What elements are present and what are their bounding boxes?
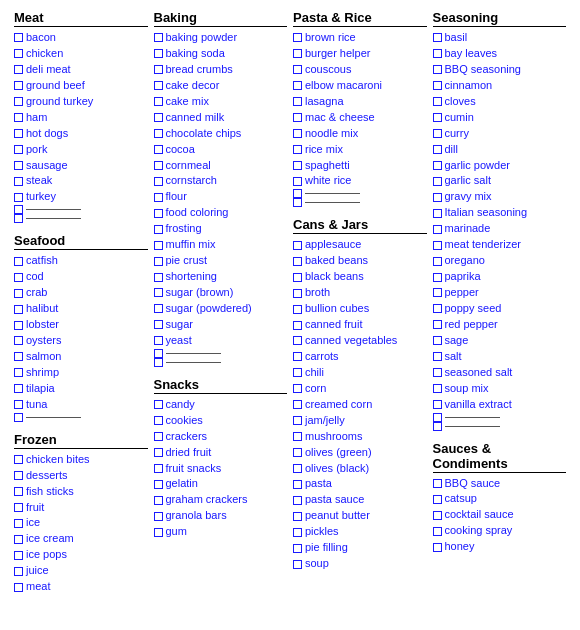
checkbox-icon[interactable]: [154, 320, 163, 329]
checkbox-icon[interactable]: [14, 49, 23, 58]
checkbox-icon[interactable]: [293, 113, 302, 122]
checkbox-icon[interactable]: [433, 495, 442, 504]
checkbox-icon[interactable]: [293, 97, 302, 106]
checkbox-icon[interactable]: [433, 33, 442, 42]
checkbox-icon[interactable]: [433, 273, 442, 282]
checkbox-icon[interactable]: [433, 97, 442, 106]
checkbox-icon[interactable]: [433, 113, 442, 122]
checkbox-icon[interactable]: [293, 352, 302, 361]
checkbox-icon[interactable]: [14, 97, 23, 106]
checkbox-icon[interactable]: [293, 400, 302, 409]
checkbox-icon[interactable]: [14, 567, 23, 576]
checkbox-icon[interactable]: [154, 241, 163, 250]
checkbox-icon[interactable]: [14, 214, 23, 223]
checkbox-icon[interactable]: [433, 479, 442, 488]
checkbox-icon[interactable]: [433, 527, 442, 536]
checkbox-icon[interactable]: [293, 189, 302, 198]
checkbox-icon[interactable]: [293, 368, 302, 377]
checkbox-icon[interactable]: [14, 400, 23, 409]
checkbox-icon[interactable]: [433, 145, 442, 154]
checkbox-icon[interactable]: [154, 496, 163, 505]
checkbox-icon[interactable]: [14, 471, 23, 480]
checkbox-icon[interactable]: [293, 273, 302, 282]
checkbox-icon[interactable]: [14, 305, 23, 314]
checkbox-icon[interactable]: [433, 400, 442, 409]
checkbox-icon[interactable]: [433, 257, 442, 266]
checkbox-icon[interactable]: [14, 352, 23, 361]
checkbox-icon[interactable]: [293, 480, 302, 489]
checkbox-icon[interactable]: [293, 305, 302, 314]
checkbox-icon[interactable]: [154, 304, 163, 313]
checkbox-icon[interactable]: [293, 432, 302, 441]
checkbox-icon[interactable]: [293, 198, 302, 207]
checkbox-icon[interactable]: [433, 511, 442, 520]
checkbox-icon[interactable]: [154, 400, 163, 409]
checkbox-icon[interactable]: [293, 81, 302, 90]
checkbox-icon[interactable]: [14, 487, 23, 496]
checkbox-icon[interactable]: [154, 358, 163, 367]
checkbox-icon[interactable]: [154, 464, 163, 473]
checkbox-icon[interactable]: [154, 33, 163, 42]
checkbox-icon[interactable]: [433, 81, 442, 90]
checkbox-icon[interactable]: [14, 535, 23, 544]
checkbox-icon[interactable]: [433, 413, 442, 422]
checkbox-icon[interactable]: [154, 512, 163, 521]
checkbox-icon[interactable]: [154, 416, 163, 425]
checkbox-icon[interactable]: [293, 464, 302, 473]
checkbox-icon[interactable]: [433, 543, 442, 552]
checkbox-icon[interactable]: [154, 273, 163, 282]
checkbox-icon[interactable]: [14, 384, 23, 393]
checkbox-icon[interactable]: [433, 320, 442, 329]
checkbox-icon[interactable]: [14, 129, 23, 138]
checkbox-icon[interactable]: [433, 336, 442, 345]
checkbox-icon[interactable]: [14, 193, 23, 202]
checkbox-icon[interactable]: [293, 33, 302, 42]
checkbox-icon[interactable]: [293, 496, 302, 505]
checkbox-icon[interactable]: [154, 161, 163, 170]
checkbox-icon[interactable]: [154, 336, 163, 345]
checkbox-icon[interactable]: [433, 193, 442, 202]
checkbox-icon[interactable]: [433, 384, 442, 393]
checkbox-icon[interactable]: [293, 528, 302, 537]
checkbox-icon[interactable]: [293, 512, 302, 521]
checkbox-icon[interactable]: [433, 422, 442, 431]
checkbox-icon[interactable]: [433, 241, 442, 250]
checkbox-icon[interactable]: [154, 145, 163, 154]
checkbox-icon[interactable]: [433, 368, 442, 377]
checkbox-icon[interactable]: [433, 129, 442, 138]
checkbox-icon[interactable]: [14, 519, 23, 528]
checkbox-icon[interactable]: [154, 432, 163, 441]
checkbox-icon[interactable]: [433, 209, 442, 218]
checkbox-icon[interactable]: [154, 528, 163, 537]
checkbox-icon[interactable]: [14, 145, 23, 154]
checkbox-icon[interactable]: [433, 304, 442, 313]
checkbox-icon[interactable]: [14, 257, 23, 266]
checkbox-icon[interactable]: [14, 413, 23, 422]
checkbox-icon[interactable]: [154, 113, 163, 122]
checkbox-icon[interactable]: [293, 65, 302, 74]
checkbox-icon[interactable]: [154, 448, 163, 457]
checkbox-icon[interactable]: [154, 288, 163, 297]
checkbox-icon[interactable]: [154, 193, 163, 202]
checkbox-icon[interactable]: [293, 321, 302, 330]
checkbox-icon[interactable]: [14, 321, 23, 330]
checkbox-icon[interactable]: [154, 257, 163, 266]
checkbox-icon[interactable]: [14, 551, 23, 560]
checkbox-icon[interactable]: [14, 368, 23, 377]
checkbox-icon[interactable]: [293, 384, 302, 393]
checkbox-icon[interactable]: [293, 416, 302, 425]
checkbox-icon[interactable]: [293, 145, 302, 154]
checkbox-icon[interactable]: [154, 97, 163, 106]
checkbox-icon[interactable]: [433, 352, 442, 361]
checkbox-icon[interactable]: [154, 129, 163, 138]
checkbox-icon[interactable]: [14, 273, 23, 282]
checkbox-icon[interactable]: [433, 177, 442, 186]
checkbox-icon[interactable]: [293, 336, 302, 345]
checkbox-icon[interactable]: [293, 129, 302, 138]
checkbox-icon[interactable]: [154, 177, 163, 186]
checkbox-icon[interactable]: [293, 177, 302, 186]
checkbox-icon[interactable]: [154, 49, 163, 58]
checkbox-icon[interactable]: [14, 113, 23, 122]
checkbox-icon[interactable]: [14, 289, 23, 298]
checkbox-icon[interactable]: [433, 288, 442, 297]
